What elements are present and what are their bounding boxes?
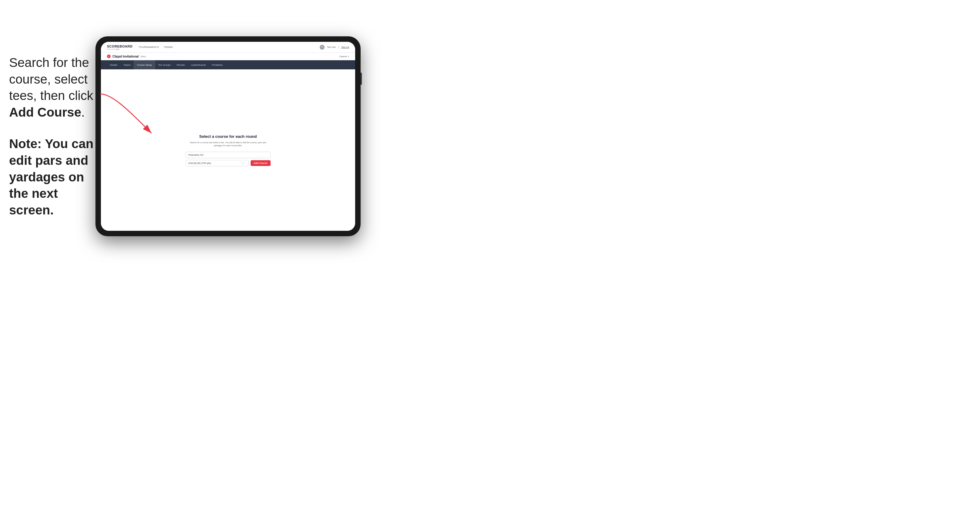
panel-title: Select a course for each round [186,134,270,139]
course-setup-panel: Select a course for each round Search fo… [186,134,270,166]
annotation-note: Note: You can edit pars and yardages on … [9,136,94,218]
tournament-header: C Clippd Invitational (Men) Cancel × [101,53,355,60]
power-button [361,73,362,85]
user-area: T Test User | Sign out [320,45,349,50]
sign-out-link[interactable]: Sign out [341,46,349,48]
tab-tee-groups[interactable]: Tee Groups [155,60,173,69]
tournament-badge: (Men) [141,56,146,57]
app-header: SCOREBOARD Powered by clippd TOURNAMENTS… [101,42,355,53]
user-name: Test User [327,46,336,48]
cancel-icon: × [348,55,349,58]
annotation-instruction: Search for the course, select tees, then… [9,54,94,121]
tab-details[interactable]: Details [107,60,120,69]
cancel-label: Cancel [339,55,347,58]
tablet-device: SCOREBOARD Powered by clippd TOURNAMENTS… [95,37,361,236]
tee-select-row: Gold (M) (M) (7010 yds) × ⌃ Add Course [186,160,270,166]
separator: | [338,46,339,48]
logo-area: SCOREBOARD Powered by clippd [107,44,132,50]
main-nav: TOURNAMENTS TEAMS [138,46,173,48]
tee-select-dropdown[interactable]: Gold (M) (M) (7010 yds) × ⌃ [186,160,249,166]
annotation-panel: Search for the course, select tees, then… [9,54,94,218]
tee-clear-icon[interactable]: × [242,162,243,165]
tournament-icon: C [107,54,111,58]
tournament-name: Clippd Invitational [113,55,139,58]
panel-subtitle: Search for a course and select a tee. Yo… [186,141,270,148]
header-left: SCOREBOARD Powered by clippd TOURNAMENTS… [107,44,173,50]
tab-leaderboards[interactable]: Leaderboards [188,60,209,69]
logo-text: SCOREBOARD [107,44,132,48]
tournament-title-area: C Clippd Invitational (Men) [107,54,146,58]
tee-chevron-icon: ⌃ [244,162,246,165]
tablet-frame: SCOREBOARD Powered by clippd TOURNAMENTS… [95,37,361,236]
nav-teams[interactable]: TEAMS [164,46,173,48]
main-content: Select a course for each round Search fo… [101,69,355,231]
logo-subtitle: Powered by clippd [107,48,132,50]
cancel-button[interactable]: Cancel × [339,55,349,58]
nav-tournaments[interactable]: TOURNAMENTS [138,46,159,48]
add-course-button[interactable]: Add Course [251,160,270,166]
tab-navigation: Details Teams Course Setup Tee Groups Re… [101,60,355,69]
tab-course-setup[interactable]: Course Setup [134,60,155,69]
tab-teams[interactable]: Teams [120,60,134,69]
tee-select-value: Gold (M) (M) (7010 yds) [188,162,211,164]
tee-select-controls: × ⌃ [242,162,246,165]
user-avatar: T [320,45,325,50]
tab-printables[interactable]: Printables [209,60,226,69]
tablet-screen: SCOREBOARD Powered by clippd TOURNAMENTS… [101,42,355,231]
annotation-bold: Add Course [9,105,81,119]
tab-results[interactable]: Results [173,60,188,69]
course-search-input[interactable] [186,152,270,158]
